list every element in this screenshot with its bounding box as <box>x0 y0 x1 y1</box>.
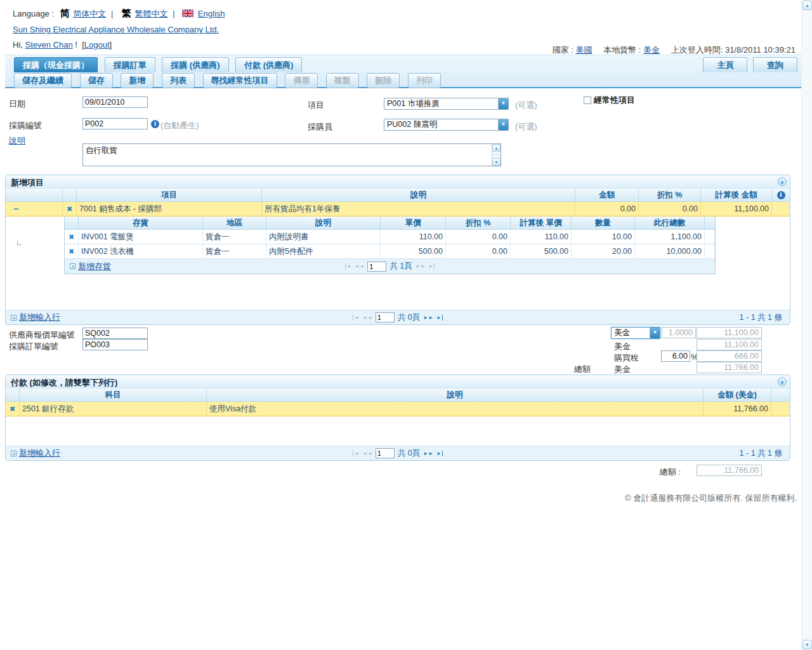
home-button[interactable]: 主頁 <box>703 57 747 72</box>
add-item-row-link[interactable]: 新增輸入行 <box>19 312 60 323</box>
next-page-icon[interactable]: ►► <box>416 263 426 269</box>
language-row: Language : 简 简体中文 | 繁 繁體中文 | English <box>13 8 812 20</box>
collapse-section-icon[interactable]: ▲ <box>778 177 787 186</box>
purchaser-select[interactable]: PU002 陳震明 ▼ <box>384 119 509 131</box>
delete-row-icon[interactable]: ✖ <box>67 205 72 213</box>
last-page-icon[interactable]: ► <box>429 263 435 269</box>
english-link[interactable]: English <box>198 9 225 18</box>
item-cell: 7001 銷售成本 - 採購部 <box>77 202 262 216</box>
spacer-cell <box>705 230 715 244</box>
items-header-row: 項目 說明 金額 折扣 % 計算後 金額 i <box>6 189 790 202</box>
expand-column-header <box>6 189 63 201</box>
user-name-link[interactable]: Steven Chan <box>25 40 73 50</box>
country-link[interactable]: 美國 <box>576 45 593 55</box>
add-inventory-link[interactable]: 新增存貨 <box>78 261 111 272</box>
references-and-totals: 供應商報價單編號 採購訂單編號 美金 ▼ 美金 購買稅 % 總額 美金 <box>0 326 812 375</box>
unit-price-cell: 110.00 <box>381 230 446 244</box>
uk-flag-icon <box>182 9 193 20</box>
project-select[interactable]: P001 市場推廣 ▼ <box>384 98 509 110</box>
page-number-input[interactable] <box>376 448 395 458</box>
inventory-row[interactable]: ✖ INV001 電飯煲 貨倉一 內附說明書 110.00 0.00 110.0… <box>65 230 715 244</box>
scroll-down-icon[interactable]: ▼ <box>492 158 501 166</box>
info-icon: i <box>777 191 785 199</box>
project-optional-label: (可選) <box>515 100 537 111</box>
payment-section: 付款 (如修改，請雙擊下列行) ▲ 科目 說明 金額 (美金) ✖ 2501 銀… <box>5 375 790 461</box>
delete-row-icon[interactable]: ✖ <box>10 405 15 413</box>
save-button[interactable]: 儲存 <box>80 73 113 88</box>
session-info: 國家 : 美國 本地貨幣 : 美金 上次登入時間: 31/8/2011 10:3… <box>544 44 796 56</box>
delete-row-icon[interactable]: ✖ <box>69 248 74 256</box>
tab-purchase-supplier[interactable]: 採購 (供應商) <box>162 57 228 72</box>
tax-rate-input[interactable] <box>661 350 690 362</box>
recurring-item-label: 經常性項目 <box>594 95 635 105</box>
tab-purchase-order[interactable]: 採購訂單 <box>105 57 155 72</box>
info-column-header: i <box>772 189 790 201</box>
page-number-input[interactable] <box>367 262 386 272</box>
company-row: Sun Shing Electrical Appliance Wholesale… <box>13 24 812 35</box>
print-button: 列印 <box>408 73 441 88</box>
prev-page-icon[interactable]: ◄◄ <box>362 451 372 456</box>
first-page-icon[interactable]: ◄ <box>353 451 359 456</box>
scroll-up-icon[interactable]: ▲ <box>802 1 812 10</box>
delete-row-icon[interactable]: ✖ <box>69 233 74 241</box>
tax-amount-input <box>697 350 762 362</box>
chevron-down-icon[interactable]: ▼ <box>498 98 508 109</box>
description-column-header: 說明 <box>207 388 704 401</box>
logout-link[interactable]: Logout <box>84 40 110 50</box>
query-button[interactable]: 查詢 <box>753 57 797 72</box>
next-page-icon[interactable]: ►► <box>423 315 433 321</box>
company-name-link[interactable]: Sun Shing Electrical Appliance Wholesale… <box>13 25 219 34</box>
page-number-input[interactable] <box>376 312 395 322</box>
project-label: 項目 <box>308 100 324 111</box>
chevron-down-icon[interactable]: ▼ <box>498 119 508 130</box>
item-calc-amount-cell: 11,100.00 <box>701 202 772 216</box>
copy-button: 複製 <box>326 73 359 88</box>
description-link[interactable]: 說明 <box>9 135 25 147</box>
new-button[interactable]: 新增 <box>121 73 154 88</box>
quantity-cell: 10.00 <box>572 230 635 244</box>
spacer-column-header <box>705 216 715 229</box>
traditional-chinese-link[interactable]: 繁體中文 <box>135 9 168 18</box>
local-currency-link[interactable]: 美金 <box>643 45 660 55</box>
tab-payment-supplier[interactable]: 付款 (供應商) <box>235 57 302 72</box>
payment-section-title: 付款 (如修改，請雙擊下列行) <box>11 378 117 387</box>
recurring-item-field: 經常性項目 <box>584 95 635 106</box>
area-cell: 貨倉一 <box>203 244 266 258</box>
description-textarea[interactable]: 自行取貨 ▲ ▼ <box>82 143 501 166</box>
last-page-icon[interactable]: ► <box>436 315 443 321</box>
calc-unit-price-cell: 500.00 <box>511 244 572 258</box>
area-column-header: 地區 <box>203 216 266 229</box>
prev-page-icon[interactable]: ◄◄ <box>362 315 372 321</box>
inventory-row[interactable]: ✖ INV002 洗衣機 貨倉一 內附5件配件 500.00 0.00 500.… <box>65 244 715 259</box>
scroll-down-icon[interactable]: ▼ <box>802 640 812 649</box>
save-and-continue-button[interactable]: 儲存及繼續 <box>14 73 72 88</box>
prev-page-icon[interactable]: ◄◄ <box>354 263 364 269</box>
scroll-up-icon[interactable]: ▲ <box>492 144 501 152</box>
grand-total-label: 總額 <box>574 364 591 375</box>
simplified-chinese-link[interactable]: 简体中文 <box>73 9 106 18</box>
currency-select[interactable]: 美金 ▼ <box>611 327 660 339</box>
vertical-scrollbar[interactable]: ▲ ▼ <box>801 0 812 650</box>
find-recurring-button[interactable]: 尋找經常性項目 <box>203 73 277 88</box>
next-page-icon[interactable]: ►► <box>423 451 433 456</box>
recurring-item-checkbox[interactable] <box>584 96 591 104</box>
page-total-label: 共 0頁 <box>398 312 420 323</box>
supplier-quote-input[interactable] <box>82 328 148 339</box>
collapse-section-icon[interactable]: ▲ <box>778 377 787 386</box>
list-button[interactable]: 列表 <box>162 73 195 88</box>
area-cell: 貨倉一 <box>203 230 266 244</box>
purchase-no-input[interactable] <box>82 118 148 129</box>
item-row[interactable]: − ✖ 7001 銷售成本 - 採購部 所有貨品均有1年保養 0.00 0.00… <box>6 202 790 216</box>
add-payment-row-link[interactable]: 新增輸入行 <box>19 448 60 459</box>
first-page-icon[interactable]: ◄ <box>345 263 351 269</box>
chevron-down-icon[interactable]: ▼ <box>650 328 660 338</box>
date-input[interactable] <box>82 96 148 108</box>
last-login-value: 31/8/2011 10:39:21 <box>725 45 796 55</box>
first-page-icon[interactable]: ◄ <box>353 315 359 321</box>
tab-cash-purchase[interactable]: 採購（現金採購） <box>14 57 98 72</box>
purchase-order-input[interactable] <box>82 339 148 350</box>
last-page-icon[interactable]: ► <box>436 451 443 456</box>
collapse-row-icon[interactable]: − <box>8 204 18 214</box>
payment-row[interactable]: ✖ 2501 銀行存款 使用Visa付款 11,766.00 <box>6 402 790 416</box>
line-total-column-header: 此行總數 <box>635 216 705 229</box>
